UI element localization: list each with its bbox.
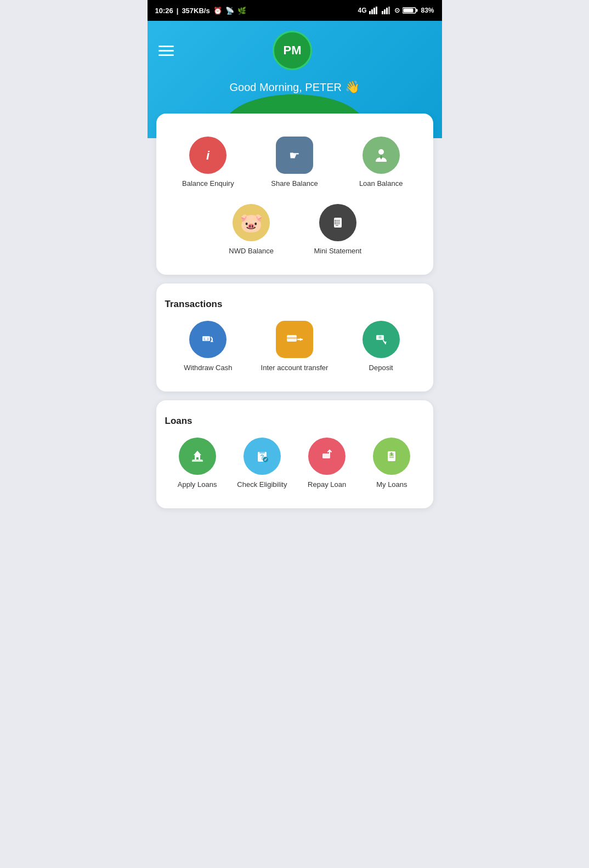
svg-text:i: i: [206, 149, 210, 162]
svg-point-25: [335, 222, 336, 223]
battery-percent: 83%: [421, 7, 434, 14]
avatar[interactable]: PM: [273, 31, 312, 70]
check-eligibility-icon: ? ✓: [243, 438, 281, 475]
repay-loan-icon: [308, 438, 346, 475]
deposit-label: Deposit: [369, 364, 393, 373]
mini-statement-item[interactable]: Mini Statement: [294, 196, 381, 264]
deposit-icon: [363, 321, 400, 358]
transactions-card: Transactions Withdraw Cash: [156, 283, 433, 392]
svg-rect-51: [322, 453, 330, 458]
network-type: 4G: [358, 7, 366, 14]
balance-enquiry-icon: i: [189, 137, 226, 174]
svg-rect-4: [382, 11, 383, 14]
svg-rect-34: [287, 337, 297, 339]
inter-account-transfer-icon: [276, 321, 313, 358]
greeting-text: Good Morning, PETER 👋: [158, 80, 431, 94]
hotspot-icon: ⊙: [394, 7, 400, 14]
main-content: i Balance Enquiry ☛ Share Balance: [148, 114, 442, 528]
loan-balance-item[interactable]: Loan Balance: [338, 129, 424, 196]
svg-rect-0: [369, 11, 371, 14]
nwd-balance-icon: 🐷: [233, 204, 270, 241]
status-right: 4G ⊙ 8: [358, 7, 434, 14]
withdraw-cash-label: Withdraw Cash: [184, 364, 232, 373]
inter-account-transfer-item[interactable]: Inter account transfer: [251, 313, 338, 381]
hamburger-menu[interactable]: [158, 46, 174, 56]
share-balance-icon: ☛: [276, 137, 313, 174]
mini-statement-icon: [319, 204, 356, 241]
check-eligibility-item[interactable]: ? ✓ Check Eligibility: [230, 430, 294, 497]
battery-icon: [403, 7, 418, 14]
balance-card: i Balance Enquiry ☛ Share Balance: [156, 114, 433, 275]
app-icon: 🌿: [237, 7, 246, 15]
apply-loans-icon: [179, 438, 216, 475]
signal-icon: [369, 7, 379, 14]
my-loans-icon: $: [373, 438, 410, 475]
svg-rect-2: [373, 8, 375, 14]
my-loans-item[interactable]: $ My Loans: [359, 430, 424, 497]
svg-point-38: [378, 336, 381, 338]
apply-loans-item[interactable]: Apply Loans: [165, 430, 230, 497]
status-speed: 357KB/s: [182, 7, 209, 15]
wave-emoji: 👋: [345, 80, 360, 94]
svg-text:☛: ☛: [289, 149, 300, 162]
svg-text:$: $: [390, 452, 393, 456]
svg-rect-19: [334, 218, 342, 228]
withdraw-cash-icon: [189, 321, 226, 358]
svg-point-24: [335, 220, 336, 221]
svg-point-26: [335, 223, 336, 224]
loan-balance-label: Loan Balance: [359, 179, 403, 189]
nwd-balance-label: NWD Balance: [229, 247, 274, 256]
status-left: 10:26 | 357KB/s ⏰ 📡 🌿: [155, 7, 246, 15]
loans-card: Loans Apply Loans: [156, 400, 433, 508]
svg-rect-6: [386, 8, 388, 14]
svg-rect-9: [416, 9, 418, 12]
svg-rect-1: [371, 9, 373, 14]
status-time: 10:26: [155, 7, 173, 15]
repay-loan-item[interactable]: Repay Loan: [294, 430, 359, 497]
svg-rect-43: [196, 457, 199, 459]
withdraw-cash-item[interactable]: Withdraw Cash: [165, 313, 252, 381]
svg-rect-3: [376, 7, 377, 14]
loans-title: Loans: [165, 416, 424, 427]
balance-grid: i Balance Enquiry ☛ Share Balance: [165, 129, 424, 264]
status-bar: 10:26 | 357KB/s ⏰ 📡 🌿 4G: [148, 0, 442, 21]
loans-grid: Apply Loans ? ✓ Check Eligib: [165, 430, 424, 497]
share-balance-label: Share Balance: [271, 179, 318, 189]
svg-text:✓: ✓: [263, 457, 267, 462]
transactions-grid: Withdraw Cash Inter account transfer: [165, 313, 424, 381]
apply-loans-label: Apply Loans: [178, 480, 217, 490]
header-top: PM: [158, 31, 431, 70]
signal2-icon: [382, 7, 392, 14]
deposit-item[interactable]: Deposit: [338, 313, 424, 381]
inter-account-transfer-label: Inter account transfer: [261, 364, 329, 373]
mini-statement-label: Mini Statement: [314, 247, 361, 256]
podcast-icon: 📡: [225, 7, 234, 15]
svg-rect-5: [384, 9, 386, 14]
share-balance-item[interactable]: ☛ Share Balance: [251, 129, 338, 196]
svg-point-30: [205, 337, 208, 340]
nwd-balance-item[interactable]: 🐷 NWD Balance: [208, 196, 294, 264]
clock-icon: ⏰: [213, 7, 222, 15]
svg-rect-10: [404, 9, 414, 13]
check-eligibility-label: Check Eligibility: [237, 480, 287, 490]
balance-enquiry-item[interactable]: i Balance Enquiry: [165, 129, 252, 196]
svg-rect-7: [388, 7, 390, 14]
transactions-title: Transactions: [165, 299, 424, 310]
my-loans-label: My Loans: [376, 480, 407, 490]
svg-point-16: [378, 149, 384, 155]
balance-enquiry-label: Balance Enquiry: [182, 179, 234, 189]
loan-balance-icon: [363, 137, 400, 174]
repay-loan-label: Repay Loan: [308, 480, 346, 490]
